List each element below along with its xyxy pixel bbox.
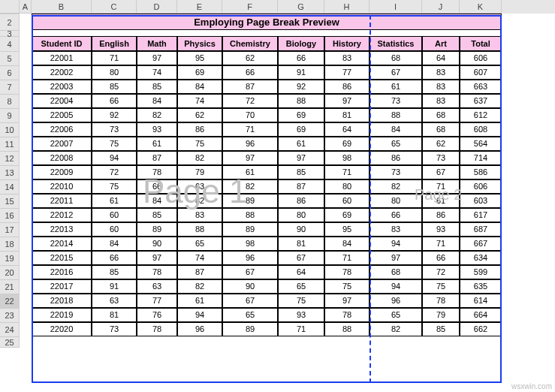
cell[interactable]: 68 <box>422 108 460 122</box>
row-header[interactable]: 4 <box>0 37 20 52</box>
cell[interactable]: 22012 <box>32 208 92 222</box>
cell[interactable]: 22002 <box>32 65 92 80</box>
header-statistics[interactable]: Statistics <box>369 36 422 51</box>
cell[interactable]: 92 <box>92 108 137 122</box>
cell[interactable]: 85 <box>92 265 137 279</box>
cell[interactable]: 68 <box>369 265 422 279</box>
cell[interactable]: 22010 <box>32 179 92 194</box>
cell[interactable]: 98 <box>324 151 369 165</box>
header-student-id[interactable]: Student ID <box>32 36 92 51</box>
header-biology[interactable]: Biology <box>278 36 324 51</box>
cell[interactable]: 79 <box>422 308 460 322</box>
cell[interactable]: 82 <box>137 108 177 122</box>
col-header-e[interactable]: E <box>177 0 222 14</box>
cell[interactable]: 64 <box>324 122 369 137</box>
row-header[interactable]: 2 <box>0 14 20 31</box>
cell[interactable]: 69 <box>324 208 369 222</box>
cell[interactable]: 22001 <box>32 51 92 65</box>
cell[interactable]: 78 <box>422 294 460 308</box>
row-header[interactable]: 16 <box>0 209 20 223</box>
row-header[interactable]: 7 <box>0 80 20 95</box>
cell[interactable]: 69 <box>278 108 324 122</box>
cell[interactable]: 22007 <box>32 137 92 151</box>
cell[interactable]: 664 <box>460 308 502 322</box>
col-header-f[interactable]: F <box>222 0 278 14</box>
row-header[interactable]: 18 <box>0 237 20 252</box>
cell[interactable]: 75 <box>422 279 460 294</box>
cell[interactable]: 60 <box>92 208 137 222</box>
cell[interactable]: 82 <box>177 279 222 294</box>
row-header[interactable]: 6 <box>0 66 20 80</box>
col-header-b[interactable]: B <box>32 0 92 14</box>
title-cell[interactable]: Employing Page Break Preview <box>32 14 502 30</box>
header-physics[interactable]: Physics <box>177 36 222 51</box>
cell[interactable]: 61 <box>222 165 278 179</box>
cell[interactable]: 67 <box>222 294 278 308</box>
header-art[interactable]: Art <box>422 36 460 51</box>
cell[interactable]: 65 <box>369 137 422 151</box>
cell[interactable]: 85 <box>137 80 177 94</box>
cell[interactable]: 85 <box>422 322 460 336</box>
col-header-d[interactable]: D <box>137 0 177 14</box>
cell[interactable]: 81 <box>324 108 369 122</box>
cell[interactable]: 82 <box>369 322 422 336</box>
col-header-h[interactable]: H <box>324 0 369 14</box>
cell[interactable]: 78 <box>324 265 369 279</box>
cell[interactable]: 95 <box>177 51 222 65</box>
cell[interactable]: 83 <box>422 65 460 80</box>
cell[interactable]: 75 <box>177 137 222 151</box>
grid-area[interactable]: Employing Page Break Preview Student ID … <box>20 14 502 336</box>
cell[interactable]: 66 <box>92 94 137 108</box>
row-header[interactable]: 12 <box>0 152 20 166</box>
cell[interactable]: 88 <box>324 322 369 336</box>
cell[interactable]: 88 <box>369 108 422 122</box>
cell[interactable]: 65 <box>278 279 324 294</box>
cell[interactable]: 61 <box>177 294 222 308</box>
cell[interactable]: 68 <box>422 122 460 137</box>
cell[interactable]: 617 <box>460 208 502 222</box>
cell[interactable]: 62 <box>222 51 278 65</box>
cell[interactable]: 22017 <box>32 279 92 294</box>
cell[interactable]: 82 <box>177 151 222 165</box>
cell[interactable]: 80 <box>324 179 369 194</box>
cell[interactable]: 82 <box>369 179 422 194</box>
cell[interactable]: 22003 <box>32 80 92 94</box>
cell[interactable]: 74 <box>137 65 177 80</box>
cell[interactable]: 96 <box>369 294 422 308</box>
cell[interactable]: 97 <box>278 151 324 165</box>
cell[interactable]: 94 <box>369 237 422 251</box>
cell[interactable]: 93 <box>422 222 460 237</box>
cell[interactable]: 603 <box>460 194 502 208</box>
cell[interactable]: 95 <box>324 222 369 237</box>
cell[interactable]: 22019 <box>32 308 92 322</box>
cell[interactable]: 72 <box>422 265 460 279</box>
cell[interactable]: 96 <box>222 137 278 151</box>
row-header[interactable]: 14 <box>0 180 20 194</box>
cell[interactable]: 84 <box>369 122 422 137</box>
cell[interactable]: 73 <box>92 322 137 336</box>
cell[interactable]: 22013 <box>32 222 92 237</box>
cell[interactable]: 69 <box>324 137 369 151</box>
row-header[interactable]: 10 <box>0 123 20 137</box>
cell[interactable]: 91 <box>92 279 137 294</box>
cell[interactable]: 85 <box>137 208 177 222</box>
cell[interactable]: 83 <box>177 208 222 222</box>
cell[interactable]: 93 <box>137 122 177 137</box>
cell[interactable]: 81 <box>278 237 324 251</box>
cell[interactable]: 78 <box>324 308 369 322</box>
cell[interactable]: 65 <box>177 237 222 251</box>
cell[interactable]: 612 <box>460 108 502 122</box>
cell[interactable]: 606 <box>460 51 502 65</box>
select-all-corner[interactable] <box>0 0 20 14</box>
cell[interactable]: 73 <box>369 94 422 108</box>
cell[interactable]: 97 <box>369 251 422 265</box>
row-header[interactable]: 13 <box>0 166 20 180</box>
cell[interactable]: 66 <box>422 251 460 265</box>
row-header[interactable]: 19 <box>0 252 20 266</box>
cell[interactable]: 22020 <box>32 322 92 336</box>
cell[interactable]: 85 <box>278 165 324 179</box>
cell[interactable]: 60 <box>92 222 137 237</box>
row-header[interactable]: 25 <box>0 337 20 348</box>
cell[interactable]: 89 <box>222 222 278 237</box>
header-total[interactable]: Total <box>460 36 502 51</box>
